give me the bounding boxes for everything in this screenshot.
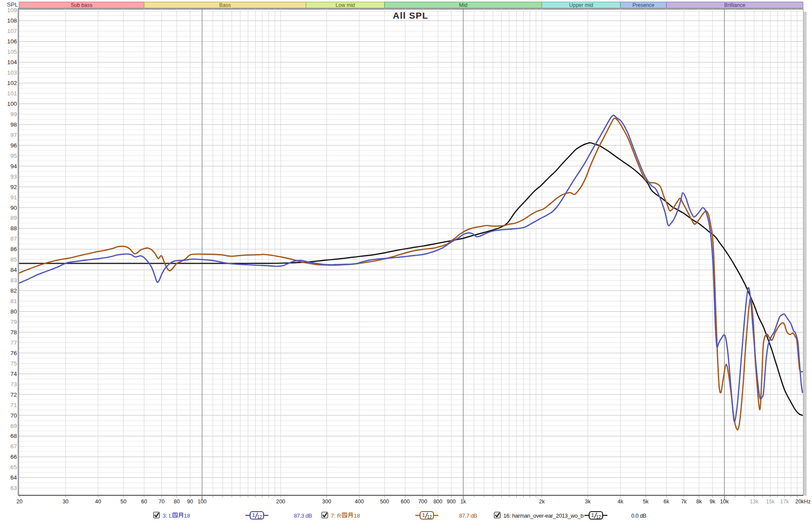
svg-text:100: 100 [7, 101, 17, 107]
svg-text:Low mid: Low mid [336, 2, 355, 8]
svg-text:90: 90 [187, 499, 193, 505]
svg-text:83: 83 [10, 277, 17, 284]
svg-text:91: 91 [10, 194, 17, 201]
svg-text:87: 87 [10, 235, 17, 242]
svg-text:106: 106 [7, 38, 17, 45]
svg-text:5k: 5k [643, 499, 649, 505]
svg-text:104: 104 [7, 59, 17, 65]
svg-text:70: 70 [10, 412, 17, 419]
svg-text:66: 66 [10, 453, 17, 460]
svg-text:99: 99 [10, 111, 17, 117]
svg-text:300: 300 [322, 499, 331, 505]
svg-text:63: 63 [10, 485, 17, 491]
svg-text:200: 200 [276, 499, 285, 505]
svg-text:95: 95 [10, 153, 17, 159]
svg-text:12: 12 [257, 515, 262, 519]
svg-text:13k: 13k [750, 499, 759, 505]
svg-text:15k: 15k [766, 499, 775, 505]
svg-text:900: 900 [447, 499, 456, 505]
svg-text:7k: 7k [681, 499, 687, 505]
svg-text:800: 800 [434, 499, 443, 505]
svg-text:17k: 17k [780, 499, 789, 505]
svg-text:Bass: Bass [219, 2, 231, 8]
svg-text:18: 18 [184, 512, 190, 519]
svg-text:70: 70 [159, 499, 165, 505]
svg-text:Mid: Mid [459, 2, 467, 8]
svg-text:16: harman_over-ear_2013_wo_b: 16: harman_over-ear_2013_wo_b [503, 512, 584, 519]
svg-text:94: 94 [10, 163, 17, 170]
svg-text:68: 68 [10, 433, 17, 439]
svg-text:73: 73 [10, 381, 17, 388]
svg-text:90: 90 [10, 205, 17, 211]
svg-text:100: 100 [198, 499, 207, 505]
svg-text:2k: 2k [539, 499, 545, 505]
svg-text:81: 81 [10, 298, 17, 304]
svg-text:89: 89 [10, 215, 17, 221]
svg-text:7: R: 7: R [331, 512, 341, 519]
svg-text:1: 1 [591, 512, 594, 518]
svg-text:20: 20 [16, 499, 23, 505]
svg-text:86: 86 [10, 246, 17, 252]
svg-text:Sub bass: Sub bass [71, 2, 92, 8]
svg-text:103: 103 [7, 69, 17, 76]
svg-text:78: 78 [10, 329, 17, 336]
svg-text:84: 84 [10, 267, 17, 273]
svg-text:96: 96 [10, 142, 17, 149]
svg-text:85: 85 [10, 256, 17, 263]
svg-text:92: 92 [10, 184, 17, 190]
svg-text:109: 109 [7, 7, 17, 13]
svg-text:87.3 dB: 87.3 dB [294, 512, 312, 519]
svg-text:72: 72 [10, 392, 17, 398]
svg-text:Brilliance: Brilliance [724, 2, 745, 8]
svg-text:400: 400 [355, 499, 364, 505]
svg-text:64: 64 [10, 474, 17, 481]
svg-text:102: 102 [7, 80, 17, 86]
svg-text:12: 12 [596, 515, 601, 519]
svg-text:77: 77 [10, 339, 17, 346]
svg-text:1k: 1k [460, 499, 466, 505]
svg-text:30: 30 [62, 499, 68, 505]
svg-text:71: 71 [10, 402, 17, 408]
svg-text:3: L: 3: L [163, 512, 172, 519]
svg-text:108: 108 [7, 17, 17, 24]
svg-text:75: 75 [10, 360, 17, 367]
svg-text:18: 18 [354, 512, 360, 519]
svg-text:9k: 9k [710, 499, 716, 505]
svg-text:76: 76 [10, 350, 17, 356]
svg-text:Upper mid: Upper mid [569, 2, 593, 8]
svg-text:79: 79 [10, 319, 17, 325]
svg-text:67: 67 [10, 443, 17, 450]
svg-text:93: 93 [10, 173, 17, 180]
svg-text:80: 80 [174, 499, 180, 505]
svg-text:97: 97 [10, 132, 17, 138]
svg-text:All SPL: All SPL [393, 10, 428, 20]
svg-text:10k: 10k [720, 499, 729, 505]
svg-text:1: 1 [422, 512, 425, 518]
svg-text:65: 65 [10, 464, 17, 470]
svg-text:101: 101 [7, 90, 17, 97]
svg-text:12: 12 [427, 515, 432, 519]
svg-text:88: 88 [10, 225, 17, 232]
svg-text:105: 105 [7, 49, 17, 55]
svg-text:82: 82 [10, 287, 17, 294]
svg-text:700: 700 [418, 499, 427, 505]
svg-text:6k: 6k [664, 499, 670, 505]
svg-text:1: 1 [252, 512, 255, 518]
svg-text:500: 500 [380, 499, 389, 505]
svg-text:20kHz: 20kHz [795, 499, 810, 505]
svg-text:69: 69 [10, 423, 17, 429]
svg-text:3k: 3k [585, 499, 591, 505]
svg-text:80: 80 [10, 308, 17, 315]
svg-text:Presence: Presence [633, 2, 655, 8]
svg-text:4k: 4k [617, 499, 623, 505]
svg-text:107: 107 [7, 28, 17, 34]
svg-text:40: 40 [95, 499, 101, 505]
svg-text:87.7 dB: 87.7 dB [459, 512, 477, 519]
svg-text:74: 74 [10, 371, 17, 377]
svg-text:0.0 dB: 0.0 dB [631, 512, 646, 519]
svg-text:600: 600 [401, 499, 410, 505]
svg-text:8k: 8k [696, 499, 702, 505]
svg-text:98: 98 [10, 121, 17, 128]
svg-text:50: 50 [121, 499, 127, 505]
svg-text:60: 60 [141, 499, 147, 505]
